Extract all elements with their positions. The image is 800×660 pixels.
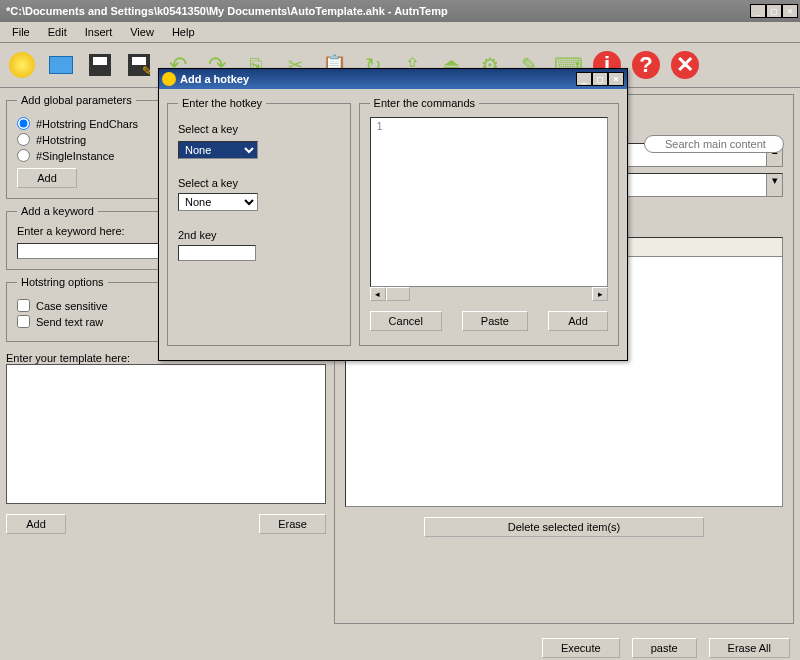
second-key-input[interactable]: [178, 245, 256, 261]
check-raw-label: Send text raw: [36, 316, 103, 328]
minimize-button[interactable]: _: [750, 4, 766, 18]
template-textarea[interactable]: [6, 364, 326, 504]
global-params-legend: Add global parameters: [17, 94, 136, 106]
main-titlebar: *C:\Documents and Settings\k0541350\My D…: [0, 0, 800, 22]
scroll-down-icon[interactable]: ▾: [766, 174, 782, 196]
window-title: *C:\Documents and Settings\k0541350\My D…: [2, 5, 750, 17]
enter-hotkey-group: Enter the hotkey Select a key None Selec…: [167, 97, 351, 346]
help-icon[interactable]: ?: [628, 47, 664, 83]
dialog-minimize-button[interactable]: _: [576, 72, 592, 86]
radio-hotstring-label: #Hotstring: [36, 134, 86, 146]
dialog-maximize-button[interactable]: □: [592, 72, 608, 86]
close-app-icon[interactable]: ✕: [667, 47, 703, 83]
global-add-button[interactable]: Add: [17, 168, 77, 188]
dialog-title: Add a hotkey: [180, 73, 576, 85]
key2-select[interactable]: None: [178, 193, 258, 211]
menu-file[interactable]: File: [4, 24, 38, 40]
execute-button[interactable]: Execute: [542, 638, 620, 658]
hscroll-left-icon[interactable]: ◂: [370, 287, 386, 301]
row-number: 1: [371, 118, 607, 134]
eraseall-button[interactable]: Erase All: [709, 638, 790, 658]
dialog-close-button[interactable]: ×: [608, 72, 624, 86]
keyword-legend: Add a keyword: [17, 205, 98, 217]
search-input[interactable]: [644, 135, 784, 153]
menu-help[interactable]: Help: [164, 24, 203, 40]
menubar: File Edit Insert View Help: [0, 22, 800, 43]
radio-endchars[interactable]: [17, 117, 30, 130]
radio-endchars-label: #Hotstring EndChars: [36, 118, 138, 130]
hscroll-right-icon[interactable]: ▸: [592, 287, 608, 301]
new-icon[interactable]: [4, 47, 40, 83]
close-button[interactable]: ×: [782, 4, 798, 18]
second-key-label: 2nd key: [178, 229, 340, 241]
keyword-input[interactable]: [17, 243, 177, 259]
template-erase-button[interactable]: Erase: [259, 514, 326, 534]
dialog-add-button[interactable]: Add: [548, 311, 608, 331]
add-hotkey-dialog: Add a hotkey _ □ × Enter the hotkey Sele…: [158, 68, 628, 361]
hotstring-legend: Hotstring options: [17, 276, 108, 288]
hscroll-thumb[interactable]: [386, 287, 410, 301]
paste-button[interactable]: paste: [632, 638, 697, 658]
check-case-label: Case sensitive: [36, 300, 108, 312]
commands-textarea[interactable]: 1: [370, 117, 608, 287]
check-case[interactable]: [17, 299, 30, 312]
dialog-cancel-button[interactable]: Cancel: [370, 311, 442, 331]
dialog-titlebar[interactable]: Add a hotkey _ □ ×: [159, 69, 627, 89]
radio-singleinstance-label: #SingleInstance: [36, 150, 114, 162]
enter-commands-legend: Enter the commands: [370, 97, 480, 109]
template-add-button[interactable]: Add: [6, 514, 66, 534]
delete-selected-button[interactable]: Delete selected item(s): [424, 517, 704, 537]
menu-edit[interactable]: Edit: [40, 24, 75, 40]
key1-select[interactable]: None: [178, 141, 258, 159]
dialog-paste-button[interactable]: Paste: [462, 311, 528, 331]
dialog-icon: [162, 72, 176, 86]
maximize-button[interactable]: □: [766, 4, 782, 18]
menu-insert[interactable]: Insert: [77, 24, 121, 40]
select-key2-label: Select a key: [178, 177, 340, 189]
select-key1-label: Select a key: [178, 123, 340, 135]
radio-hotstring[interactable]: [17, 133, 30, 146]
enter-commands-group: Enter the commands 1 ◂ ▸ Cancel Paste Ad…: [359, 97, 619, 346]
radio-singleinstance[interactable]: [17, 149, 30, 162]
save-icon[interactable]: [82, 47, 118, 83]
saveas-icon[interactable]: ✎: [121, 47, 157, 83]
menu-view[interactable]: View: [122, 24, 162, 40]
enter-hotkey-legend: Enter the hotkey: [178, 97, 266, 109]
check-raw[interactable]: [17, 315, 30, 328]
open-icon[interactable]: [43, 47, 79, 83]
